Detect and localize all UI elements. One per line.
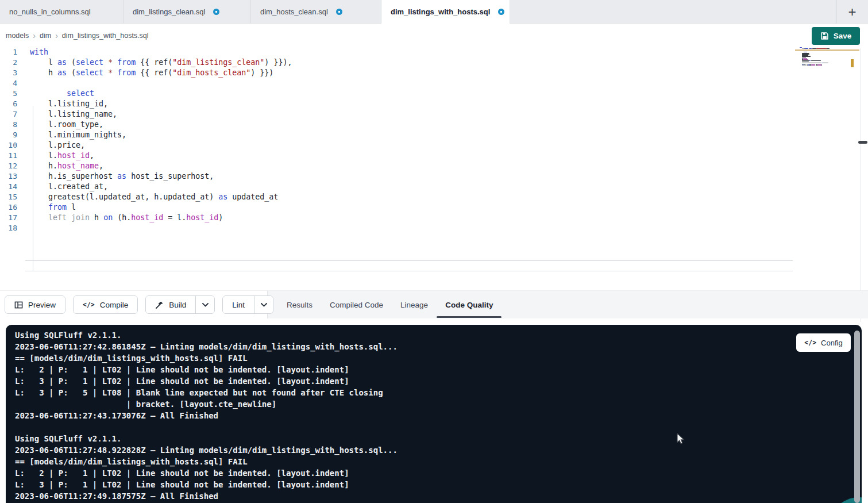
terminal-line: L: 2 | P: 1 | LT02 | Line should not be … bbox=[15, 364, 398, 375]
terminal-line: == [models/dim/dim_listings_with_hosts.s… bbox=[15, 352, 398, 364]
line-number: 13 bbox=[0, 171, 17, 182]
code-editor[interactable]: 1with2 l as (select * from {{ ref("dim_l… bbox=[0, 48, 868, 290]
breadcrumb-item-models[interactable]: models bbox=[6, 32, 29, 40]
line-number: 12 bbox=[0, 161, 17, 171]
terminal-line: Using SQLFluff v2.1.1. bbox=[15, 329, 398, 341]
code-line-4[interactable]: 4 bbox=[0, 78, 793, 89]
unsaved-dot-icon[interactable] bbox=[498, 9, 504, 15]
minimap-line bbox=[807, 64, 808, 65]
file-tab-no_nulls_in_columns[interactable]: no_nulls_in_columns.sql bbox=[0, 0, 124, 24]
breadcrumb-item-dim_listings_with_hosts.sql[interactable]: dim_listings_with_hosts.sql bbox=[62, 32, 149, 40]
minimap-line bbox=[817, 64, 821, 65]
scrollbar-thumb[interactable] bbox=[858, 141, 867, 144]
code-line-11[interactable]: 11 l.host_id, bbox=[0, 151, 793, 161]
code-line-text: left join h on (h.host_id = l.host_id) bbox=[30, 213, 223, 223]
compile-button[interactable]: </>Compile bbox=[74, 296, 137, 313]
file-tab-label: dim_listings_with_hosts.sql bbox=[391, 7, 490, 16]
code-line-16[interactable]: 16 from l bbox=[0, 202, 793, 213]
code-line-18[interactable]: 18 bbox=[0, 223, 793, 233]
line-number: 6 bbox=[0, 99, 17, 109]
minimap-edit-highlight bbox=[795, 49, 859, 51]
code-line-text: l.listing_name, bbox=[30, 109, 117, 120]
line-number: 10 bbox=[0, 140, 17, 151]
code-line-3[interactable]: 3 h as (select * from {{ ref("dim_hosts_… bbox=[0, 68, 793, 78]
code-line-9[interactable]: 9 l.minimum_nights, bbox=[0, 130, 793, 140]
line-number: 15 bbox=[0, 192, 17, 202]
code-line-15[interactable]: 15 greatest(l.updated_at, h.updated_at) … bbox=[0, 192, 793, 202]
code-line-12[interactable]: 12 h.host_name, bbox=[0, 161, 793, 171]
lint-output-terminal[interactable]: Using SQLFluff v2.1.1.2023-06-06T11:27:4… bbox=[6, 325, 862, 503]
terminal-scrollbar-thumb[interactable] bbox=[854, 331, 860, 503]
build-dropdown-button[interactable] bbox=[195, 296, 214, 313]
chevron-right-icon: › bbox=[33, 31, 36, 40]
terminal-line: 2023-06-06T11:27:48.922828Z – Linting mo… bbox=[15, 444, 398, 456]
code-line-text: l.listing_id, bbox=[30, 99, 108, 109]
grid-icon bbox=[14, 301, 23, 309]
ide-window: no_nulls_in_columns.sqldim_listings_clea… bbox=[0, 0, 868, 503]
breadcrumb-item-dim[interactable]: dim bbox=[40, 32, 51, 40]
code-line-text: greatest(l.updated_at, h.updated_at) as … bbox=[30, 192, 278, 202]
compile-button-group: </>Compile bbox=[73, 295, 138, 314]
minimap-line bbox=[823, 63, 828, 63]
code-line-7[interactable]: 7 l.listing_name, bbox=[0, 109, 793, 120]
code-line-17[interactable]: 17 left join h on (h.host_id = l.host_id… bbox=[0, 213, 793, 223]
breadcrumb: models›dim›dim_listings_with_hosts.sql bbox=[6, 31, 149, 40]
code-line-14[interactable]: 14 l.created_at, bbox=[0, 182, 793, 192]
lint-squiggle bbox=[63, 124, 71, 126]
code-line-8[interactable]: 8 l.room_type, bbox=[0, 120, 793, 130]
minimap-line bbox=[802, 64, 807, 65]
unsaved-dot-icon[interactable] bbox=[336, 9, 342, 15]
compile-button-label: Compile bbox=[100, 301, 129, 309]
config-button[interactable]: </> Config bbox=[796, 333, 851, 352]
terminal-line: L: 3 | P: 1 | LT02 | Line should not be … bbox=[15, 479, 398, 490]
code-line-text: h.host_name, bbox=[30, 161, 103, 171]
hammer-icon bbox=[155, 301, 164, 309]
save-button-label: Save bbox=[834, 32, 852, 40]
tab-compiled-code[interactable]: Compiled Code bbox=[321, 291, 392, 318]
tab-lineage[interactable]: Lineage bbox=[392, 291, 437, 318]
line-number: 1 bbox=[0, 47, 17, 57]
tab-code-quality[interactable]: Code Quality bbox=[437, 291, 501, 318]
chevron-down-icon bbox=[202, 303, 209, 307]
file-tab-dim_hosts_clean[interactable]: dim_hosts_clean.sql bbox=[251, 0, 381, 24]
code-line-1[interactable]: 1with bbox=[0, 47, 793, 57]
minimap-line bbox=[802, 60, 809, 61]
breadcrumb-bar: models›dim›dim_listings_with_hosts.sql S… bbox=[0, 24, 868, 48]
code-line-text: select bbox=[30, 89, 94, 99]
minimap-line bbox=[811, 60, 821, 61]
terminal-line: 2023-06-06T11:27:42.861845Z – Linting mo… bbox=[15, 341, 398, 352]
terminal-line: 2023-06-06T11:27:49.187575Z – All Finish… bbox=[15, 490, 398, 502]
line-number: 11 bbox=[0, 151, 17, 161]
lint-button-group: Lint bbox=[222, 295, 273, 314]
line-number: 2 bbox=[0, 57, 17, 68]
line-number: 9 bbox=[0, 130, 17, 140]
preview-button[interactable]: Preview bbox=[5, 296, 65, 313]
code-line-text: from l bbox=[30, 202, 76, 213]
lint-dropdown-button[interactable] bbox=[254, 296, 273, 313]
code-line-5[interactable]: 5 select bbox=[0, 89, 793, 99]
editor-right-border bbox=[861, 48, 861, 322]
minimap[interactable] bbox=[800, 47, 846, 116]
minimap-line bbox=[821, 63, 823, 63]
line-number: 17 bbox=[0, 213, 17, 223]
file-tab-label: no_nulls_in_columns.sql bbox=[9, 7, 91, 16]
code-line-13[interactable]: 13 h.is_superhost as host_is_superhost, bbox=[0, 171, 793, 182]
lint-button-label: Lint bbox=[232, 301, 245, 309]
plus-icon[interactable]: + bbox=[848, 5, 856, 19]
line-number: 14 bbox=[0, 182, 17, 192]
file-tab-dim_listings_with_hosts[interactable]: dim_listings_with_hosts.sql bbox=[381, 0, 510, 24]
build-button[interactable]: Build bbox=[146, 296, 195, 313]
file-tab-bar: no_nulls_in_columns.sqldim_listings_clea… bbox=[0, 0, 868, 24]
code-line-text: l.price, bbox=[30, 140, 85, 151]
terminal-line: | bracket. [layout.cte_newline] bbox=[15, 398, 398, 410]
code-line-2[interactable]: 2 l as (select * from {{ ref("dim_listin… bbox=[0, 57, 793, 68]
code-line-6[interactable]: 6 l.listing_id, bbox=[0, 99, 793, 109]
file-tab-dim_listings_clean[interactable]: dim_listings_clean.sql bbox=[124, 0, 251, 24]
file-tab-label: dim_listings_clean.sql bbox=[133, 7, 205, 16]
code-line-10[interactable]: 10 l.price, bbox=[0, 140, 793, 151]
tab-results[interactable]: Results bbox=[278, 291, 321, 318]
unsaved-dot-icon[interactable] bbox=[213, 9, 219, 15]
save-button[interactable]: Save bbox=[812, 27, 860, 45]
code-line-text: l.host_id, bbox=[30, 151, 94, 161]
lint-button[interactable]: Lint bbox=[223, 296, 254, 313]
